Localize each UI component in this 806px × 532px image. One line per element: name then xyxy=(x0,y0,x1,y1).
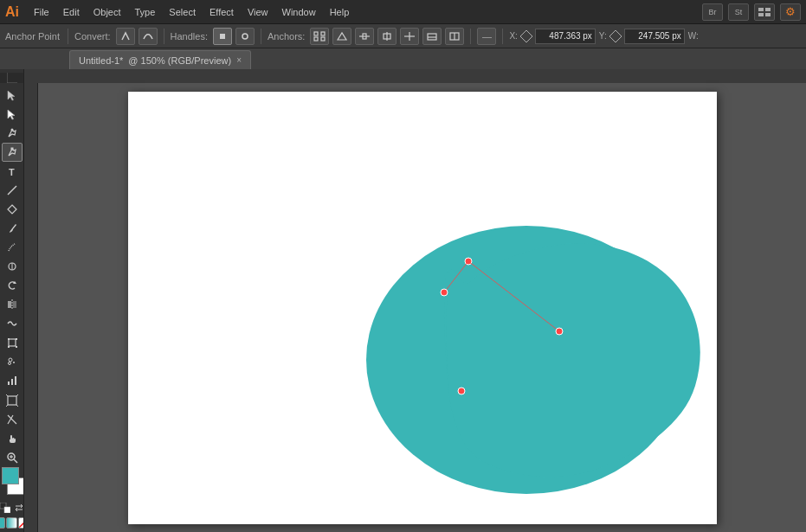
svg-rect-43 xyxy=(8,381,10,385)
anchor-point-tool[interactable] xyxy=(2,143,23,161)
svg-rect-7 xyxy=(321,32,325,35)
svg-rect-35 xyxy=(9,339,16,346)
anchors-btn-1[interactable] xyxy=(310,28,329,45)
svg-point-41 xyxy=(13,362,15,363)
menu-edit[interactable]: Edit xyxy=(57,5,86,19)
svg-marker-21 xyxy=(609,30,622,42)
x-input[interactable] xyxy=(535,29,596,44)
foreground-color[interactable] xyxy=(2,467,19,484)
bridge-icon[interactable]: Br xyxy=(702,3,723,21)
svg-rect-36 xyxy=(8,338,10,340)
menubar-right: Br St ⚙ xyxy=(702,3,801,21)
tab-bar: Untitled-1* @ 150% (RGB/Preview) × xyxy=(0,48,806,69)
divider-1 xyxy=(68,29,68,44)
svg-rect-46 xyxy=(8,396,16,405)
warp-tool[interactable] xyxy=(2,315,23,333)
svg-rect-45 xyxy=(15,376,16,385)
y-input[interactable] xyxy=(624,29,685,44)
stock-icon[interactable]: St xyxy=(728,3,749,21)
free-transform-tool[interactable] xyxy=(2,334,23,352)
svg-rect-4 xyxy=(220,34,225,39)
main-area: T xyxy=(0,69,806,532)
context-toolbar: Anchor Point Convert: Handles: Anchors: … xyxy=(0,24,806,48)
svg-rect-25 xyxy=(10,147,13,150)
color-stack xyxy=(0,467,24,498)
symbol-sprayer-tool[interactable] xyxy=(2,353,23,371)
svg-point-42 xyxy=(8,362,10,365)
convert-btn-1[interactable] xyxy=(116,28,135,45)
svg-point-60 xyxy=(441,289,448,296)
anchors-btn-7[interactable] xyxy=(445,28,464,45)
svg-marker-28 xyxy=(8,205,16,214)
menu-effect[interactable]: Effect xyxy=(203,5,240,19)
zoom-tool[interactable] xyxy=(2,448,23,466)
swap-colors-btn[interactable] xyxy=(13,502,25,514)
default-colors-btn[interactable] xyxy=(0,502,11,514)
convert-btn-2[interactable] xyxy=(139,28,158,45)
anchors-btn-3[interactable] xyxy=(355,28,374,45)
tab-close-btn[interactable]: × xyxy=(236,55,242,65)
svg-rect-37 xyxy=(16,338,17,340)
anchors-btn-4[interactable] xyxy=(377,28,397,45)
direct-selection-tool[interactable] xyxy=(2,105,23,123)
menu-type[interactable]: Type xyxy=(129,5,162,19)
rectangle-tool[interactable] xyxy=(2,201,23,219)
menu-view[interactable]: View xyxy=(242,5,274,19)
ruler-left xyxy=(24,83,38,532)
none-btn[interactable] xyxy=(18,517,24,529)
gradient-btn[interactable] xyxy=(6,517,17,529)
anchors-btn-2[interactable] xyxy=(332,28,351,45)
paintbrush-tool[interactable] xyxy=(2,220,23,238)
anchors-label: Anchors: xyxy=(268,31,305,42)
pencil-tool[interactable] xyxy=(2,239,23,257)
handles-label: Handles: xyxy=(171,31,208,42)
svg-point-58 xyxy=(556,328,563,335)
svg-marker-20 xyxy=(520,30,532,42)
menu-file[interactable]: File xyxy=(28,5,55,19)
divider-4 xyxy=(470,29,471,44)
svg-rect-9 xyxy=(321,37,325,41)
menu-select[interactable]: Select xyxy=(163,5,202,19)
canvas-area[interactable]: // Will be filled by ruler ticks in SVG … xyxy=(24,69,806,532)
artboard[interactable] xyxy=(128,92,717,524)
column-graph-tool[interactable] xyxy=(2,372,23,390)
selection-tool[interactable] xyxy=(2,86,23,104)
hand-tool[interactable] xyxy=(2,429,23,447)
color-mode-btn[interactable] xyxy=(0,517,5,529)
menu-window[interactable]: Window xyxy=(276,5,322,19)
y-coord-group: Y: xyxy=(599,29,685,44)
sync-icon[interactable]: ⚙ xyxy=(780,3,801,21)
anchors-btn-5[interactable] xyxy=(400,28,419,45)
svg-rect-0 xyxy=(758,8,764,11)
shape-canvas[interactable] xyxy=(128,92,717,524)
svg-rect-52 xyxy=(4,507,10,513)
document-tab[interactable]: Untitled-1* @ 150% (RGB/Preview) × xyxy=(69,50,251,69)
svg-rect-39 xyxy=(16,346,17,348)
anchors-btn-6[interactable] xyxy=(422,28,442,45)
anchor-point-label: Anchor Point xyxy=(5,31,60,42)
svg-point-5 xyxy=(242,34,248,39)
svg-rect-38 xyxy=(8,346,10,348)
handles-btn-1[interactable] xyxy=(213,28,232,45)
svg-rect-8 xyxy=(314,37,318,41)
menu-object[interactable]: Object xyxy=(87,5,127,19)
slice-tool[interactable] xyxy=(2,410,23,428)
type-tool[interactable]: T xyxy=(2,163,23,181)
eraser-tool[interactable] xyxy=(2,258,23,276)
workspace-icon[interactable] xyxy=(754,3,775,21)
menu-items: File Edit Object Type Select Effect View… xyxy=(28,5,355,19)
svg-rect-44 xyxy=(11,379,13,385)
pen-tool[interactable] xyxy=(2,124,23,142)
handles-btn-2[interactable] xyxy=(235,28,255,45)
divider-2 xyxy=(164,29,164,44)
menu-help[interactable]: Help xyxy=(324,5,356,19)
artboard-tool[interactable] xyxy=(2,391,23,409)
canvas-container[interactable] xyxy=(38,83,806,532)
rotate-tool[interactable] xyxy=(2,277,23,295)
reflect-tool[interactable] xyxy=(2,296,23,314)
dash-btn[interactable]: — xyxy=(477,28,496,45)
svg-rect-32 xyxy=(8,301,11,308)
x-label: X: xyxy=(509,31,517,41)
line-segment-tool[interactable] xyxy=(2,182,23,200)
y-label: Y: xyxy=(599,31,607,41)
